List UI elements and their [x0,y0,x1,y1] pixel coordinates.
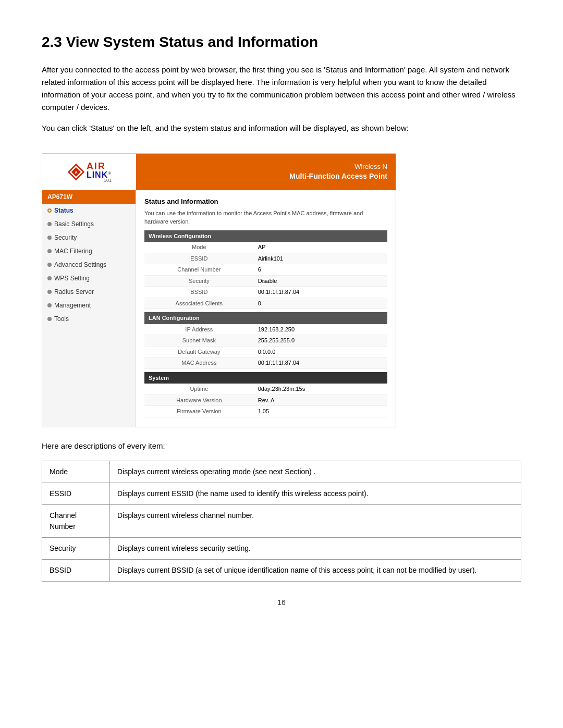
descriptions-label: Here are descriptions of every item: [42,440,521,452]
row-value: AP [254,242,387,253]
desc-definition: Displays current ESSID (the name used to… [110,483,521,504]
sidebar-label-status: Status [54,206,74,215]
sidebar-item-security[interactable]: Security [42,231,136,244]
router-main-content: Status and Information You can use the i… [136,190,396,427]
row-value: 00:1f:1f:1f:87:04 [254,287,387,298]
system-config-header: System [144,372,387,384]
desc-term: Mode [42,461,110,483]
table-row: SecurityDisable [144,275,387,287]
row-label: BSSID [144,287,254,298]
router-subtitle-line1: Wireless N [354,162,387,171]
sidebar-item-tools[interactable]: Tools [42,312,136,326]
row-value: 00:1f:1f:1f:87:04 [254,357,387,369]
router-logo-area: A AIR LINK® 101 [42,154,136,190]
sidebar-item-status[interactable]: Status [42,204,136,217]
table-row: Channel Number6 [144,264,387,276]
row-value: 0.0.0.0 [254,346,387,357]
table-row: Subnet Mask255.255.255.0 [144,335,387,347]
row-label: Uptime [144,384,254,394]
logo-diamond-icon: A [67,163,85,181]
router-header: A AIR LINK® 101 Wireless N Multi-Functio… [42,154,396,190]
desc-definition: Displays current wireless security setti… [110,537,521,559]
row-value: 0day:23h:23m:15s [254,384,387,394]
row-label: ESSID [144,253,254,264]
desc-term: BSSID [42,559,110,581]
sidebar-model-label: AP671W [42,190,136,204]
table-row: ESSIDDisplays current ESSID (the name us… [42,483,521,504]
logo-text-group: AIR LINK® 101 [87,162,112,183]
table-row: ModeDisplays current wireless operating … [42,461,521,483]
table-row: IP Address192.168.2.250 [144,324,387,335]
desc-definition: Displays current wireless operating mode… [110,461,521,483]
sidebar-item-basic-settings[interactable]: Basic Settings [42,217,136,231]
row-label: Security [144,275,254,287]
row-label: Default Gateway [144,346,254,357]
lan-config-table: LAN Configuration IP Address192.168.2.25… [144,312,387,369]
table-row: Firmware Version1.05 [144,406,387,417]
sidebar-dot-radius [47,290,52,294]
table-row: Default Gateway0.0.0.0 [144,346,387,357]
row-value: Rev. A [254,394,387,406]
sidebar-item-radius[interactable]: Radius Server [42,285,136,299]
row-value: 255.255.255.0 [254,335,387,347]
sidebar-label-management: Management [54,301,91,310]
table-row: ModeAP [144,242,387,253]
router-title-area: Wireless N Multi-Function Access Point [136,154,396,190]
desc-term: ChannelNumber [42,504,110,537]
row-value: Disable [254,275,387,287]
logo-101-text: 101 [87,178,112,183]
sidebar-item-wps[interactable]: WPS Setting [42,272,136,285]
logo-air-text: AIR [87,162,112,171]
row-label: Mode [144,242,254,253]
status-section-desc: You can use the information to monitor t… [144,209,387,226]
sidebar-label-basic: Basic Settings [54,219,94,229]
row-label: Firmware Version [144,406,254,417]
sidebar-dot-security [47,236,52,240]
table-row: BSSIDDisplays current BSSID (a set of un… [42,559,521,581]
airlink-logo: A AIR LINK® 101 [67,162,112,183]
intro-paragraph-1: After you connected to the access point … [42,64,521,114]
row-label: Associated Clients [144,298,254,309]
router-body: AP671W Status Basic Settings Security MA… [42,190,396,427]
row-value: 192.168.2.250 [254,324,387,335]
sidebar-dot-wps [47,276,52,280]
lan-config-header: LAN Configuration [144,312,387,324]
sidebar-dot-management [47,303,52,307]
row-value: 6 [254,264,387,276]
row-value: 0 [254,298,387,309]
sidebar-label-wps: WPS Setting [54,274,90,283]
page-title: 2.3 View System Status and Information [42,31,521,53]
router-sidebar: AP671W Status Basic Settings Security MA… [42,190,136,427]
row-value: Airlink101 [254,253,387,264]
sidebar-dot-basic [47,222,52,226]
sidebar-item-mac-filtering[interactable]: MAC Filtering [42,244,136,258]
wireless-config-table: Wireless Configuration ModeAPESSIDAirlin… [144,230,387,310]
row-label: Hardware Version [144,394,254,406]
table-row: ESSIDAirlink101 [144,253,387,264]
table-row: Hardware VersionRev. A [144,394,387,406]
desc-definition: Displays current BSSID (a set of unique … [110,559,521,581]
svg-text:A: A [75,170,77,175]
sidebar-dot-tools [47,317,52,321]
desc-definition: Displays current wireless channel number… [110,504,521,537]
sidebar-dot-status [47,208,52,213]
intro-paragraph-2: You can click 'Status' on the left, and … [42,122,521,134]
row-label: IP Address [144,324,254,335]
row-value: 1.05 [254,406,387,417]
status-section-title: Status and Information [144,196,387,207]
page-number: 16 [42,597,521,608]
system-config-table: System Uptime0day:23h:23m:15sHardware Ve… [144,372,387,417]
sidebar-item-management[interactable]: Management [42,299,136,312]
sidebar-dot-mac [47,249,52,253]
table-row: BSSID00:1f:1f:1f:87:04 [144,287,387,298]
sidebar-item-advanced[interactable]: Advanced Settings [42,258,136,272]
row-label: Subnet Mask [144,335,254,347]
sidebar-label-mac: MAC Filtering [54,246,92,256]
sidebar-dot-advanced [47,263,52,267]
sidebar-label-security: Security [54,233,77,242]
table-row: ChannelNumberDisplays current wireless c… [42,504,521,537]
desc-term: ESSID [42,483,110,504]
sidebar-label-radius: Radius Server [54,287,94,297]
router-ui-screenshot: A AIR LINK® 101 Wireless N Multi-Functio… [42,153,396,427]
row-label: MAC Address [144,357,254,369]
